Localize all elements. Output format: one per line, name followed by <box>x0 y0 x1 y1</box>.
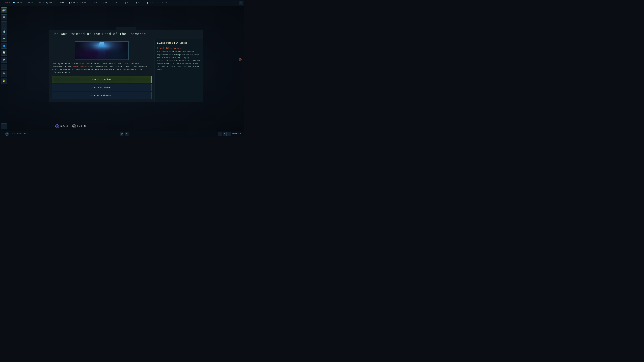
systems-icon: ✦ <box>157 1 160 4</box>
dialog-title: The Gun Pointed at the Head of the Unive… <box>52 32 200 36</box>
contacts-icon: 💫 <box>2 79 5 82</box>
dialog-actions-bar: ✕ Select L3 Look At <box>53 123 88 129</box>
resource-pops[interactable]: 👤 1 <box>124 1 134 4</box>
resource-bar: ⚡ 69K -9 💎 37K +38 ✿ 36K +33 ⚙ 35K +10 🔩… <box>0 0 244 6</box>
housing-value: 2 <box>116 2 117 4</box>
sidebar-empire-button[interactable]: 🌌 <box>1 7 7 13</box>
consumer-value: 35K <box>38 2 41 4</box>
planets-icon: 🌍 <box>146 1 149 4</box>
production-icon: ⚙ <box>3 37 4 40</box>
unity-delta: +2 <box>65 2 66 4</box>
sidebar-contacts-button[interactable]: 💫 <box>1 78 7 84</box>
x-button[interactable]: ✕ <box>55 124 59 128</box>
zoom-button[interactable]: ⤡ <box>218 132 222 136</box>
weapon-image <box>75 41 129 60</box>
consumer-delta: +10 <box>42 2 44 4</box>
sidebar-population-button[interactable]: 👥 <box>1 42 7 49</box>
corner-tr <box>126 42 128 44</box>
systems-value: 19/168 <box>160 2 166 4</box>
resource-unity[interactable]: ✦ 245K +2 <box>57 1 67 4</box>
minerals-icon: 💎 <box>12 1 16 4</box>
science-delta: +4 <box>76 2 78 4</box>
food-value: 36K <box>27 2 30 4</box>
weapon-description: A directed feed of thermic energy superh… <box>157 50 200 71</box>
select-label: Select <box>60 125 68 128</box>
resource-energy[interactable]: ⚡ 69K -9 <box>1 1 12 4</box>
energy-delta: -9 <box>8 2 10 4</box>
resource-planets[interactable]: 🌍 2/9 <box>146 1 156 4</box>
weapon-image-inner <box>75 42 128 59</box>
food-icon: ✿ <box>24 1 26 4</box>
resource-systems[interactable]: ✦ 19/168 <box>157 1 167 4</box>
faction-name: Divine Dethakkan League: <box>157 42 200 44</box>
science-value: 1.1K <box>71 2 75 4</box>
resource-housing[interactable]: ⌂ 2 <box>113 1 123 4</box>
menu-button[interactable]: ≡ <box>239 1 243 5</box>
amenities-icon: ♦ <box>90 1 94 4</box>
event-dialog: The Gun Pointed at the Head of the Unive… <box>49 30 203 102</box>
stability-icon: ◉ <box>102 1 105 4</box>
resource-science[interactable]: 🔬 1.1K +4 <box>68 1 78 4</box>
auto-button[interactable]: ⟳ <box>5 132 9 136</box>
amenities-value: +74 <box>94 2 97 4</box>
resource-alloys[interactable]: 🔩 34K +7 <box>46 1 56 4</box>
sidebar-science-button[interactable]: 🔬 <box>1 28 7 34</box>
sidebar-map-button[interactable]: 🗺 <box>1 14 7 20</box>
sidebar-fleets-button[interactable]: 🛸 <box>1 57 7 63</box>
resource-food[interactable]: ✿ 36K +33 <box>24 1 34 4</box>
alloys-icon: 🔩 <box>46 1 49 4</box>
fleets-value: 24 <box>138 2 140 4</box>
resource-consumer[interactable]: ⚙ 35K +10 <box>34 1 44 4</box>
science-icon: 🔬 <box>68 1 71 4</box>
speed-controls: › › › <box>10 133 15 135</box>
military-icon: ⚔ <box>3 23 4 26</box>
pops-value: 1 <box>127 2 128 4</box>
empire-icon: 🌌 <box>2 8 6 12</box>
speed-arrow-1[interactable]: › <box>10 133 12 135</box>
choice-neutron-sweep[interactable]: Neutron Sweep <box>52 84 152 91</box>
sidebar-traditions-button[interactable]: ✦ <box>1 64 7 70</box>
resource-minerals[interactable]: 💎 37K +38 <box>12 1 22 4</box>
choice-list: World Cracker Neutron Sweep Divine Enfor… <box>52 76 152 99</box>
traditions-icon: ✦ <box>3 65 4 68</box>
galaxy-view-button[interactable]: 🌐 <box>120 132 124 136</box>
sidebar-production-button[interactable]: ⚙ <box>1 35 7 41</box>
speed-arrow-2[interactable]: › <box>12 133 14 135</box>
sidebar-military-button[interactable]: ⚔ <box>1 21 7 27</box>
corner-br <box>126 57 128 59</box>
sidebar-close-button[interactable]: ✕ <box>1 123 7 129</box>
minerals-delta: +38 <box>20 2 22 4</box>
sidebar-planets-button[interactable]: 🌍 <box>1 50 7 56</box>
consumer-icon: ⚙ <box>34 1 38 4</box>
housing-icon: ⌂ <box>113 1 116 4</box>
science-sidebar-icon: 🔬 <box>2 30 5 33</box>
left-sidebar: 🌌 🗺 ⚔ 🔬 ⚙ 👥 🌍 🛸 ✦ 🏛 💫 ✕ <box>0 6 8 131</box>
sidebar-government-button[interactable]: 🏛 <box>1 71 7 77</box>
resource-fleets[interactable]: 🚀 24 <box>135 1 145 4</box>
planets-sidebar-icon: 🌍 <box>2 51 5 54</box>
influence-delta: +14 <box>87 2 90 4</box>
influence-value: 948K <box>82 2 86 4</box>
resource-stability[interactable]: ◉ 15 <box>102 1 112 4</box>
dialog-header: The Gun Pointed at the Head of the Unive… <box>49 30 203 39</box>
notification-button[interactable]: ! <box>125 132 128 136</box>
settings-button[interactable]: ⚙ <box>227 132 231 136</box>
pops-icon: 👤 <box>124 1 127 4</box>
filter-button[interactable]: ⊞ <box>223 132 226 136</box>
dialog-tab <box>116 27 136 30</box>
play-button[interactable]: ▶ <box>3 132 4 135</box>
unity-value: 245K <box>60 2 64 4</box>
resource-amenities[interactable]: ♦ +74 <box>90 1 100 4</box>
title-underline <box>52 37 200 37</box>
energy-icon: ⚡ <box>1 1 4 4</box>
faction-divider <box>157 45 200 46</box>
game-area[interactable]: The Gun Pointed at the Head of the Unive… <box>8 6 244 131</box>
corner-bl <box>76 57 78 59</box>
choice-world-cracker[interactable]: World Cracker <box>52 76 152 83</box>
nebula-bg <box>75 42 128 59</box>
resource-influence[interactable]: ◈ 948K +14 <box>79 1 90 4</box>
dialog-left-panel: Leading scientists across all conceivabl… <box>49 39 154 102</box>
l3-button[interactable]: L3 <box>72 124 76 128</box>
speed-arrow-3[interactable]: › <box>14 133 15 135</box>
choice-divine-enforcer[interactable]: Divine Enforcer <box>52 92 152 99</box>
